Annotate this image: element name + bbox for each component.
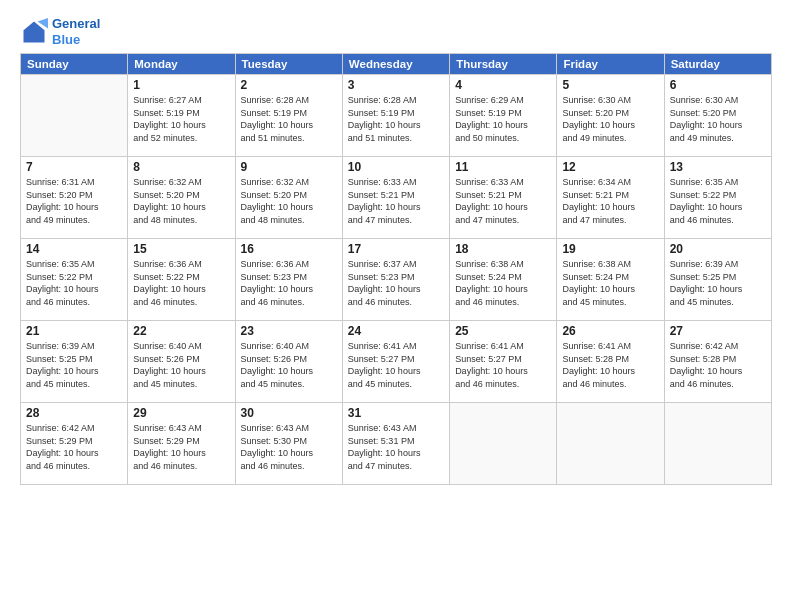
day-info: Sunrise: 6:43 AM Sunset: 5:30 PM Dayligh…: [241, 422, 337, 472]
day-of-week-header: Sunday: [21, 54, 128, 75]
day-number: 9: [241, 160, 337, 174]
day-info: Sunrise: 6:38 AM Sunset: 5:24 PM Dayligh…: [455, 258, 551, 308]
calendar-cell: 2Sunrise: 6:28 AM Sunset: 5:19 PM Daylig…: [235, 75, 342, 157]
calendar-cell: 17Sunrise: 6:37 AM Sunset: 5:23 PM Dayli…: [342, 239, 449, 321]
svg-marker-0: [24, 21, 45, 42]
day-number: 14: [26, 242, 122, 256]
page: General Blue SundayMondayTuesdayWednesda…: [0, 0, 792, 612]
calendar-cell: 14Sunrise: 6:35 AM Sunset: 5:22 PM Dayli…: [21, 239, 128, 321]
calendar-cell: 10Sunrise: 6:33 AM Sunset: 5:21 PM Dayli…: [342, 157, 449, 239]
day-info: Sunrise: 6:41 AM Sunset: 5:27 PM Dayligh…: [455, 340, 551, 390]
day-info: Sunrise: 6:42 AM Sunset: 5:29 PM Dayligh…: [26, 422, 122, 472]
day-of-week-header: Friday: [557, 54, 664, 75]
day-of-week-header: Thursday: [450, 54, 557, 75]
day-info: Sunrise: 6:33 AM Sunset: 5:21 PM Dayligh…: [348, 176, 444, 226]
calendar-cell: 13Sunrise: 6:35 AM Sunset: 5:22 PM Dayli…: [664, 157, 771, 239]
calendar-cell: 30Sunrise: 6:43 AM Sunset: 5:30 PM Dayli…: [235, 403, 342, 485]
day-of-week-header: Monday: [128, 54, 235, 75]
calendar-cell: 8Sunrise: 6:32 AM Sunset: 5:20 PM Daylig…: [128, 157, 235, 239]
calendar-cell: 7Sunrise: 6:31 AM Sunset: 5:20 PM Daylig…: [21, 157, 128, 239]
day-info: Sunrise: 6:41 AM Sunset: 5:28 PM Dayligh…: [562, 340, 658, 390]
calendar-week-row: 1Sunrise: 6:27 AM Sunset: 5:19 PM Daylig…: [21, 75, 772, 157]
day-number: 12: [562, 160, 658, 174]
day-number: 10: [348, 160, 444, 174]
day-of-week-header: Saturday: [664, 54, 771, 75]
day-info: Sunrise: 6:41 AM Sunset: 5:27 PM Dayligh…: [348, 340, 444, 390]
calendar-cell: 20Sunrise: 6:39 AM Sunset: 5:25 PM Dayli…: [664, 239, 771, 321]
day-info: Sunrise: 6:30 AM Sunset: 5:20 PM Dayligh…: [562, 94, 658, 144]
day-number: 29: [133, 406, 229, 420]
calendar-cell: 25Sunrise: 6:41 AM Sunset: 5:27 PM Dayli…: [450, 321, 557, 403]
day-number: 11: [455, 160, 551, 174]
calendar-cell: [664, 403, 771, 485]
day-info: Sunrise: 6:34 AM Sunset: 5:21 PM Dayligh…: [562, 176, 658, 226]
calendar-cell: 6Sunrise: 6:30 AM Sunset: 5:20 PM Daylig…: [664, 75, 771, 157]
day-number: 6: [670, 78, 766, 92]
calendar-header-row: SundayMondayTuesdayWednesdayThursdayFrid…: [21, 54, 772, 75]
day-info: Sunrise: 6:35 AM Sunset: 5:22 PM Dayligh…: [26, 258, 122, 308]
calendar-cell: 16Sunrise: 6:36 AM Sunset: 5:23 PM Dayli…: [235, 239, 342, 321]
calendar-table: SundayMondayTuesdayWednesdayThursdayFrid…: [20, 53, 772, 485]
day-number: 26: [562, 324, 658, 338]
day-number: 22: [133, 324, 229, 338]
day-number: 19: [562, 242, 658, 256]
day-info: Sunrise: 6:43 AM Sunset: 5:31 PM Dayligh…: [348, 422, 444, 472]
day-number: 30: [241, 406, 337, 420]
calendar-cell: 9Sunrise: 6:32 AM Sunset: 5:20 PM Daylig…: [235, 157, 342, 239]
day-number: 7: [26, 160, 122, 174]
calendar-week-row: 21Sunrise: 6:39 AM Sunset: 5:25 PM Dayli…: [21, 321, 772, 403]
day-info: Sunrise: 6:40 AM Sunset: 5:26 PM Dayligh…: [133, 340, 229, 390]
day-info: Sunrise: 6:39 AM Sunset: 5:25 PM Dayligh…: [670, 258, 766, 308]
day-number: 13: [670, 160, 766, 174]
calendar-cell: 22Sunrise: 6:40 AM Sunset: 5:26 PM Dayli…: [128, 321, 235, 403]
day-number: 21: [26, 324, 122, 338]
calendar-cell: 26Sunrise: 6:41 AM Sunset: 5:28 PM Dayli…: [557, 321, 664, 403]
calendar-cell: 15Sunrise: 6:36 AM Sunset: 5:22 PM Dayli…: [128, 239, 235, 321]
day-number: 4: [455, 78, 551, 92]
logo-text: General Blue: [52, 16, 100, 47]
day-info: Sunrise: 6:36 AM Sunset: 5:22 PM Dayligh…: [133, 258, 229, 308]
day-info: Sunrise: 6:29 AM Sunset: 5:19 PM Dayligh…: [455, 94, 551, 144]
day-number: 25: [455, 324, 551, 338]
day-number: 28: [26, 406, 122, 420]
day-info: Sunrise: 6:37 AM Sunset: 5:23 PM Dayligh…: [348, 258, 444, 308]
day-number: 3: [348, 78, 444, 92]
calendar-cell: 4Sunrise: 6:29 AM Sunset: 5:19 PM Daylig…: [450, 75, 557, 157]
day-number: 20: [670, 242, 766, 256]
day-of-week-header: Wednesday: [342, 54, 449, 75]
day-number: 24: [348, 324, 444, 338]
day-info: Sunrise: 6:40 AM Sunset: 5:26 PM Dayligh…: [241, 340, 337, 390]
day-info: Sunrise: 6:28 AM Sunset: 5:19 PM Dayligh…: [241, 94, 337, 144]
day-info: Sunrise: 6:35 AM Sunset: 5:22 PM Dayligh…: [670, 176, 766, 226]
calendar-week-row: 28Sunrise: 6:42 AM Sunset: 5:29 PM Dayli…: [21, 403, 772, 485]
day-number: 1: [133, 78, 229, 92]
header: General Blue: [20, 16, 772, 47]
calendar-cell: [450, 403, 557, 485]
logo-icon: [20, 18, 48, 46]
day-number: 8: [133, 160, 229, 174]
day-info: Sunrise: 6:43 AM Sunset: 5:29 PM Dayligh…: [133, 422, 229, 472]
day-number: 2: [241, 78, 337, 92]
day-info: Sunrise: 6:39 AM Sunset: 5:25 PM Dayligh…: [26, 340, 122, 390]
calendar-cell: 23Sunrise: 6:40 AM Sunset: 5:26 PM Dayli…: [235, 321, 342, 403]
logo: General Blue: [20, 16, 100, 47]
day-info: Sunrise: 6:42 AM Sunset: 5:28 PM Dayligh…: [670, 340, 766, 390]
day-number: 18: [455, 242, 551, 256]
day-number: 27: [670, 324, 766, 338]
day-number: 16: [241, 242, 337, 256]
day-number: 15: [133, 242, 229, 256]
calendar-cell: 12Sunrise: 6:34 AM Sunset: 5:21 PM Dayli…: [557, 157, 664, 239]
calendar-week-row: 7Sunrise: 6:31 AM Sunset: 5:20 PM Daylig…: [21, 157, 772, 239]
calendar-cell: 19Sunrise: 6:38 AM Sunset: 5:24 PM Dayli…: [557, 239, 664, 321]
calendar-cell: 29Sunrise: 6:43 AM Sunset: 5:29 PM Dayli…: [128, 403, 235, 485]
calendar-cell: 31Sunrise: 6:43 AM Sunset: 5:31 PM Dayli…: [342, 403, 449, 485]
day-info: Sunrise: 6:32 AM Sunset: 5:20 PM Dayligh…: [133, 176, 229, 226]
calendar-cell: 27Sunrise: 6:42 AM Sunset: 5:28 PM Dayli…: [664, 321, 771, 403]
calendar-cell: 5Sunrise: 6:30 AM Sunset: 5:20 PM Daylig…: [557, 75, 664, 157]
calendar-week-row: 14Sunrise: 6:35 AM Sunset: 5:22 PM Dayli…: [21, 239, 772, 321]
calendar-cell: 11Sunrise: 6:33 AM Sunset: 5:21 PM Dayli…: [450, 157, 557, 239]
day-info: Sunrise: 6:32 AM Sunset: 5:20 PM Dayligh…: [241, 176, 337, 226]
day-of-week-header: Tuesday: [235, 54, 342, 75]
calendar-cell: 28Sunrise: 6:42 AM Sunset: 5:29 PM Dayli…: [21, 403, 128, 485]
day-number: 31: [348, 406, 444, 420]
